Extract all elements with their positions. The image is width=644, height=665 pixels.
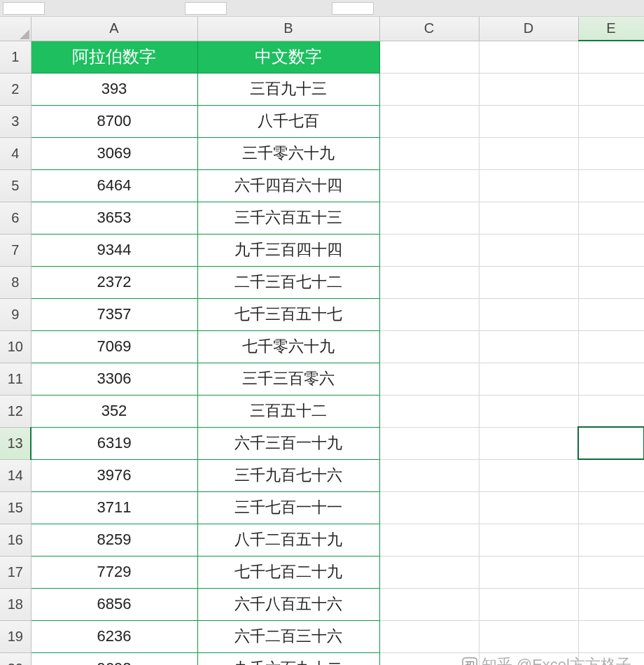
cell-D14[interactable] <box>479 459 578 491</box>
cell-A19[interactable]: 6236 <box>31 620 197 652</box>
cell-E15[interactable] <box>578 491 644 524</box>
cell-D6[interactable] <box>479 202 578 234</box>
cell-A7[interactable]: 9344 <box>31 234 197 266</box>
cell-C14[interactable] <box>379 459 479 491</box>
cell-C15[interactable] <box>379 491 479 524</box>
cell-D18[interactable] <box>479 588 578 620</box>
cell-E13[interactable] <box>578 427 644 459</box>
cell-A4[interactable]: 3069 <box>31 137 197 169</box>
cell-D16[interactable] <box>479 524 578 556</box>
cell-D19[interactable] <box>479 620 578 652</box>
cell-E20[interactable] <box>578 652 644 665</box>
cell-C10[interactable] <box>379 330 479 363</box>
row-header-16[interactable]: 16 <box>0 524 31 556</box>
cell-D17[interactable] <box>479 556 578 588</box>
cell-A3[interactable]: 8700 <box>31 105 197 137</box>
cell-C8[interactable] <box>379 266 479 298</box>
cell-E19[interactable] <box>578 620 644 652</box>
cell-A12[interactable]: 352 <box>31 395 197 427</box>
cell-E8[interactable] <box>578 266 644 298</box>
cell-E17[interactable] <box>578 556 644 588</box>
cell-C17[interactable] <box>379 556 479 588</box>
row-header-11[interactable]: 11 <box>0 363 31 395</box>
cell-A16[interactable]: 8259 <box>31 524 197 556</box>
cell-D4[interactable] <box>479 137 578 169</box>
cell-E11[interactable] <box>578 363 644 395</box>
cell-B20[interactable]: 九千六百九十二 <box>197 652 379 665</box>
cell-C6[interactable] <box>379 202 479 234</box>
cell-B8[interactable]: 二千三百七十二 <box>197 266 379 298</box>
cell-D3[interactable] <box>479 105 578 137</box>
cell-A6[interactable]: 3653 <box>31 202 197 234</box>
cell-D11[interactable] <box>479 363 578 395</box>
cell-C11[interactable] <box>379 363 479 395</box>
cell-C13[interactable] <box>379 427 479 459</box>
cell-C7[interactable] <box>379 234 479 266</box>
cell-C20[interactable] <box>379 652 479 665</box>
cell-E1[interactable] <box>578 41 644 73</box>
cell-A8[interactable]: 2372 <box>31 266 197 298</box>
cell-C4[interactable] <box>379 137 479 169</box>
row-header-20[interactable]: 20 <box>0 652 31 665</box>
select-all-corner[interactable] <box>0 17 31 41</box>
cell-B1[interactable]: 中文数字 <box>197 41 379 73</box>
cell-A1[interactable]: 阿拉伯数字 <box>31 41 197 73</box>
cell-C16[interactable] <box>379 524 479 556</box>
cell-D8[interactable] <box>479 266 578 298</box>
cell-C12[interactable] <box>379 395 479 427</box>
column-header-D[interactable]: D <box>479 17 578 41</box>
row-header-10[interactable]: 10 <box>0 330 31 363</box>
ribbon-group[interactable] <box>185 2 227 15</box>
cell-D9[interactable] <box>479 298 578 330</box>
cell-B18[interactable]: 六千八百五十六 <box>197 588 379 620</box>
cell-B7[interactable]: 九千三百四十四 <box>197 234 379 266</box>
cell-B17[interactable]: 七千七百二十九 <box>197 556 379 588</box>
cell-A2[interactable]: 393 <box>31 73 197 105</box>
column-header-B[interactable]: B <box>197 17 379 41</box>
ribbon-group[interactable] <box>3 2 45 15</box>
cell-A13[interactable]: 6319 <box>31 427 197 459</box>
row-header-13[interactable]: 13 <box>0 427 31 459</box>
cell-A10[interactable]: 7069 <box>31 330 197 363</box>
cell-D5[interactable] <box>479 169 578 202</box>
cell-C2[interactable] <box>379 73 479 105</box>
cell-D7[interactable] <box>479 234 578 266</box>
column-header-E[interactable]: E <box>578 17 644 41</box>
row-header-3[interactable]: 3 <box>0 105 31 137</box>
cell-D1[interactable] <box>479 41 578 73</box>
cell-E7[interactable] <box>578 234 644 266</box>
cell-A9[interactable]: 7357 <box>31 298 197 330</box>
worksheet[interactable]: A B C D E 1阿拉伯数字中文数字2393三百九十三38700八千七百43… <box>0 17 644 665</box>
cell-C9[interactable] <box>379 298 479 330</box>
row-header-17[interactable]: 17 <box>0 556 31 588</box>
cell-D10[interactable] <box>479 330 578 363</box>
row-header-7[interactable]: 7 <box>0 234 31 266</box>
cell-B10[interactable]: 七千零六十九 <box>197 330 379 363</box>
column-header-A[interactable]: A <box>31 17 197 41</box>
row-header-4[interactable]: 4 <box>0 137 31 169</box>
cell-D12[interactable] <box>479 395 578 427</box>
cell-E10[interactable] <box>578 330 644 363</box>
cell-E6[interactable] <box>578 202 644 234</box>
cell-A5[interactable]: 6464 <box>31 169 197 202</box>
cell-E5[interactable] <box>578 169 644 202</box>
cell-A18[interactable]: 6856 <box>31 588 197 620</box>
cell-C18[interactable] <box>379 588 479 620</box>
cell-E3[interactable] <box>578 105 644 137</box>
column-header-C[interactable]: C <box>379 17 479 41</box>
ribbon-group[interactable] <box>332 2 374 15</box>
row-header-8[interactable]: 8 <box>0 266 31 298</box>
cell-B15[interactable]: 三千七百一十一 <box>197 491 379 524</box>
row-header-9[interactable]: 9 <box>0 298 31 330</box>
cell-E12[interactable] <box>578 395 644 427</box>
cell-B16[interactable]: 八千二百五十九 <box>197 524 379 556</box>
cell-A17[interactable]: 7729 <box>31 556 197 588</box>
cell-E9[interactable] <box>578 298 644 330</box>
cell-B13[interactable]: 六千三百一十九 <box>197 427 379 459</box>
row-header-5[interactable]: 5 <box>0 169 31 202</box>
spreadsheet-grid[interactable]: A B C D E 1阿拉伯数字中文数字2393三百九十三38700八千七百43… <box>0 17 644 665</box>
cell-B19[interactable]: 六千二百三十六 <box>197 620 379 652</box>
row-header-14[interactable]: 14 <box>0 459 31 491</box>
cell-B6[interactable]: 三千六百五十三 <box>197 202 379 234</box>
cell-E2[interactable] <box>578 73 644 105</box>
